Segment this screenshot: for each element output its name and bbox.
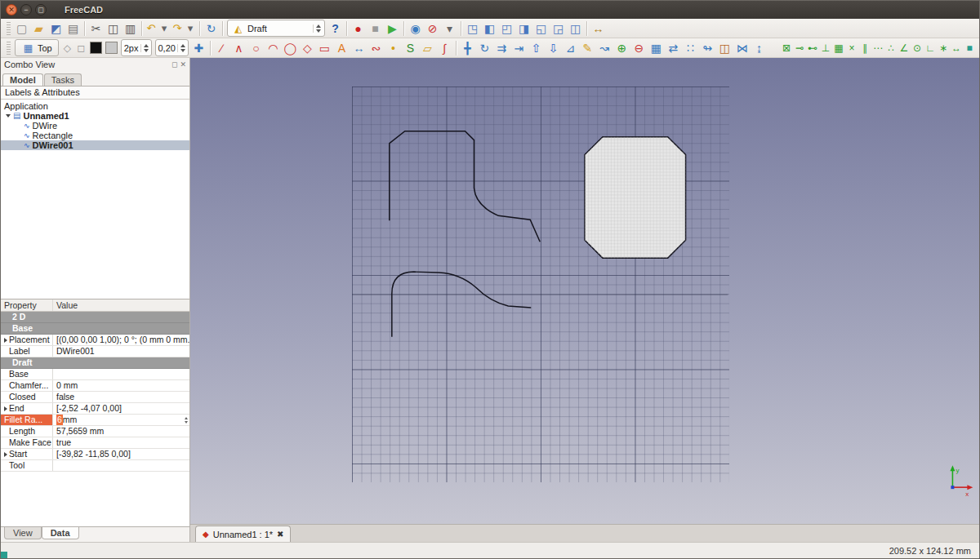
draft-circle-icon[interactable]: ○	[247, 39, 265, 56]
working-plane-proxy-icon[interactable]: ◇	[60, 39, 74, 56]
move-icon[interactable]: ╋	[459, 39, 476, 56]
add-point-icon[interactable]: ⊕	[613, 39, 630, 56]
draft-rectangle-icon[interactable]: ▭	[316, 39, 333, 56]
3d-viewport[interactable]: y x	[190, 58, 979, 524]
face-color-swatch[interactable]	[105, 42, 118, 54]
global-scale-spinner-icon[interactable]	[177, 44, 185, 52]
fillet-radius-spinner-icon[interactable]	[182, 417, 188, 424]
undo-icon[interactable]: ↶	[145, 20, 158, 37]
fillet-radius-input[interactable]: 6	[56, 415, 63, 425]
panel-float-icon[interactable]: ◻	[172, 60, 177, 69]
property-row-end[interactable]: End [-2,52 -4,07 0,00]	[1, 403, 189, 415]
front-view-icon[interactable]: ◧	[481, 20, 498, 37]
offset-icon[interactable]: ⇉	[493, 39, 510, 56]
tab-model[interactable]: Model	[2, 73, 43, 86]
upgrade-icon[interactable]: ⇧	[528, 39, 545, 56]
line-width-spinner-icon[interactable]	[140, 44, 149, 52]
open-file-icon[interactable]: ▰	[30, 20, 47, 37]
snap-near-icon[interactable]: ∴	[884, 39, 898, 56]
array-icon[interactable]: ∷	[682, 39, 699, 56]
snap-endpoint-icon[interactable]: ⊸	[793, 39, 806, 56]
wire-to-bspline-icon[interactable]: ↝	[596, 39, 613, 56]
path-array-icon[interactable]: ↬	[699, 39, 716, 56]
construction-mode-icon[interactable]: ✚	[190, 39, 207, 56]
snap-midpoint-icon[interactable]: ⊷	[806, 39, 819, 56]
top-view-icon[interactable]: ◰	[498, 20, 515, 37]
delete-point-icon[interactable]: ⊖	[630, 39, 648, 56]
working-plane-button[interactable]: ▦ Top	[15, 39, 59, 56]
snap-parallel-icon[interactable]: ∥	[858, 39, 871, 56]
right-view-icon[interactable]: ◨	[515, 20, 532, 37]
redo-history-arrow-icon[interactable]: ▾	[184, 20, 197, 37]
trimex-icon[interactable]: ⇥	[510, 39, 528, 56]
tab-view[interactable]: View	[4, 527, 42, 539]
dwire-shape[interactable]	[390, 131, 540, 242]
line-color-swatch[interactable]	[90, 42, 102, 54]
edit-icon[interactable]: ✎	[579, 39, 596, 56]
snap-grid-icon[interactable]: ▦	[832, 39, 845, 56]
property-row-placement[interactable]: Placement [(0,00 0,00 1,00); 0 °; (0 mm …	[1, 335, 189, 346]
property-row-label[interactable]: Label DWire001	[1, 346, 189, 357]
tab-data[interactable]: Data	[42, 527, 79, 539]
draft-polygon-icon[interactable]: ◇	[299, 39, 316, 56]
snap-extension-icon[interactable]: ⋯	[871, 39, 884, 56]
draft-line-icon[interactable]: ∕	[213, 39, 230, 56]
cut-icon[interactable]: ✂	[87, 20, 105, 37]
draft-shapestring-icon[interactable]: S	[402, 39, 419, 56]
draft-point-icon[interactable]: •	[385, 39, 402, 56]
clone-icon[interactable]: ◫	[716, 39, 733, 56]
property-group-draft[interactable]: Draft	[1, 357, 189, 369]
global-scale-spinbox[interactable]: 0,20	[155, 39, 189, 56]
tree-root-application[interactable]: Application	[1, 101, 189, 111]
snap-perpendicular-icon[interactable]: ⊥	[819, 39, 832, 56]
tree-item-dwire001[interactable]: ∿ DWire001	[1, 140, 189, 150]
tab-tasks[interactable]: Tasks	[44, 73, 82, 86]
draft-dimension-icon[interactable]: ↔	[350, 39, 368, 56]
draft-wire-icon[interactable]: ∧	[230, 39, 247, 56]
dwire001-shape[interactable]	[392, 272, 531, 337]
draft-text-icon[interactable]: A	[333, 39, 350, 56]
property-row-fillet-radius[interactable]: Fillet Ra... 6 mm	[1, 415, 189, 426]
measure-distance-icon[interactable]: ↔	[590, 20, 607, 37]
line-width-select[interactable]: 2px	[121, 39, 152, 56]
property-row-chamfer-size[interactable]: Chamfer... 0 mm	[1, 380, 189, 392]
downgrade-icon[interactable]: ⇩	[545, 39, 562, 56]
draw-style-icon[interactable]: ⊘	[424, 20, 441, 37]
print-icon[interactable]: ▤	[65, 20, 82, 37]
refresh-icon[interactable]: ↻	[203, 20, 220, 37]
macro-record-icon[interactable]: ●	[350, 20, 367, 37]
shape-2d-view-icon[interactable]: ▦	[648, 39, 665, 56]
workbench-selector[interactable]: ◭ Draft	[227, 20, 325, 37]
autogroup-icon[interactable]: ◻	[74, 39, 88, 56]
window-maximize-button[interactable]: ◻	[35, 4, 47, 16]
new-file-icon[interactable]: ▢	[13, 20, 30, 37]
snap-dimensions-icon[interactable]: ↔	[950, 39, 963, 56]
tab-close-icon[interactable]: ✖	[277, 530, 283, 539]
snap-intersection-icon[interactable]: ×	[845, 39, 858, 56]
document-tab[interactable]: ◆ Unnamed1 : 1* ✖	[195, 526, 291, 542]
paste-icon[interactable]: ▥	[122, 20, 139, 37]
property-row-start[interactable]: Start [-39,82 -11,85 0,00]	[1, 449, 189, 460]
fit-all-icon[interactable]: ◉	[407, 20, 424, 37]
snap-working-plane-icon[interactable]: ■	[963, 39, 976, 56]
property-group-base[interactable]: Base	[1, 323, 189, 335]
save-icon[interactable]: ◩	[47, 20, 65, 37]
snap-ortho-icon[interactable]: ∟	[924, 39, 937, 56]
tree-item-document[interactable]: ▤ Unnamed1	[1, 111, 189, 121]
left-view-icon[interactable]: ◫	[567, 20, 584, 37]
toolbar-grip[interactable]	[7, 22, 11, 35]
rear-view-icon[interactable]: ◱	[532, 20, 550, 37]
property-row-length[interactable]: Length 57,5659 mm	[1, 426, 189, 437]
tree-item-rectangle[interactable]: ∿ Rectangle	[1, 131, 189, 140]
panel-close-icon[interactable]: ✕	[180, 60, 186, 69]
bottom-view-icon[interactable]: ◲	[550, 20, 567, 37]
draft-bspline-icon[interactable]: ∾	[368, 39, 385, 56]
property-row-closed[interactable]: Closed false	[1, 392, 189, 403]
expand-arrow-icon[interactable]	[4, 406, 7, 411]
draw-style-arrow-icon[interactable]: ▾	[441, 20, 458, 37]
draft-arc-icon[interactable]: ◠	[265, 39, 282, 56]
snap-special-icon[interactable]: ∗	[937, 39, 950, 56]
property-row-make-face[interactable]: Make Face true	[1, 437, 189, 449]
rotate-icon[interactable]: ↻	[476, 39, 493, 56]
stretch-icon[interactable]: ↨	[751, 39, 768, 56]
